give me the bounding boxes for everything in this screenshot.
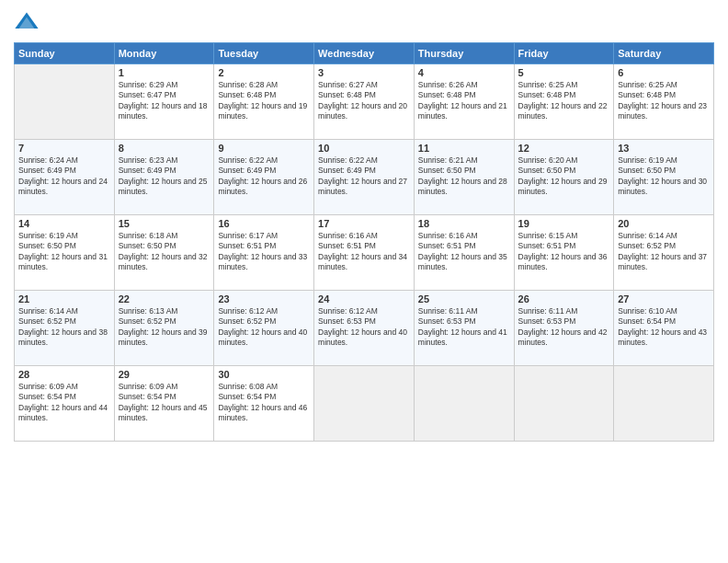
calendar-cell: 6Sunrise: 6:25 AMSunset: 6:48 PMDaylight… — [614, 64, 714, 140]
day-number: 17 — [318, 218, 410, 229]
page: SundayMondayTuesdayWednesdayThursdayFrid… — [0, 0, 728, 563]
day-info: Sunrise: 6:12 AMSunset: 6:52 PMDaylight:… — [218, 306, 310, 349]
day-info: Sunrise: 6:23 AMSunset: 6:49 PMDaylight:… — [119, 155, 210, 198]
calendar-week-row: 21Sunrise: 6:14 AMSunset: 6:52 PMDayligh… — [15, 291, 714, 366]
day-info: Sunrise: 6:11 AMSunset: 6:53 PMDaylight:… — [518, 306, 610, 349]
day-info: Sunrise: 6:15 AMSunset: 6:51 PMDaylight:… — [518, 231, 610, 273]
weekday-header: Wednesday — [314, 43, 415, 64]
day-number: 28 — [18, 369, 110, 380]
day-number: 23 — [218, 293, 310, 304]
day-info: Sunrise: 6:20 AMSunset: 6:50 PMDaylight:… — [518, 155, 610, 198]
day-number: 30 — [218, 369, 310, 380]
calendar-cell: 13Sunrise: 6:19 AMSunset: 6:50 PMDayligh… — [614, 140, 714, 215]
day-info: Sunrise: 6:22 AMSunset: 6:49 PMDaylight:… — [318, 155, 410, 198]
calendar-cell: 28Sunrise: 6:09 AMSunset: 6:54 PMDayligh… — [15, 366, 115, 442]
day-number: 29 — [119, 369, 210, 380]
day-number: 13 — [618, 143, 710, 154]
weekday-header: Monday — [114, 43, 214, 64]
calendar-cell — [15, 64, 115, 140]
calendar-week-row: 14Sunrise: 6:19 AMSunset: 6:50 PMDayligh… — [15, 215, 714, 291]
calendar-cell: 17Sunrise: 6:16 AMSunset: 6:51 PMDayligh… — [314, 215, 415, 291]
calendar-cell: 22Sunrise: 6:13 AMSunset: 6:52 PMDayligh… — [114, 291, 214, 366]
calendar-cell — [314, 366, 415, 442]
day-number: 26 — [518, 293, 610, 304]
day-info: Sunrise: 6:13 AMSunset: 6:52 PMDaylight:… — [119, 306, 210, 349]
day-number: 12 — [518, 143, 610, 154]
day-number: 14 — [18, 218, 110, 229]
weekday-header: Saturday — [614, 43, 714, 64]
day-info: Sunrise: 6:09 AMSunset: 6:54 PMDaylight:… — [18, 382, 110, 424]
weekday-header-row: SundayMondayTuesdayWednesdayThursdayFrid… — [15, 43, 714, 64]
calendar-cell: 3Sunrise: 6:27 AMSunset: 6:48 PMDaylight… — [314, 64, 415, 140]
calendar-cell: 12Sunrise: 6:20 AMSunset: 6:50 PMDayligh… — [514, 140, 614, 215]
day-info: Sunrise: 6:24 AMSunset: 6:49 PMDaylight:… — [18, 155, 110, 198]
day-number: 16 — [218, 218, 310, 229]
day-info: Sunrise: 6:21 AMSunset: 6:50 PMDaylight:… — [418, 155, 510, 198]
calendar-cell: 8Sunrise: 6:23 AMSunset: 6:49 PMDaylight… — [114, 140, 214, 215]
day-info: Sunrise: 6:28 AMSunset: 6:48 PMDaylight:… — [218, 80, 310, 122]
weekday-header: Sunday — [15, 43, 115, 64]
day-number: 10 — [318, 143, 410, 154]
calendar-cell: 2Sunrise: 6:28 AMSunset: 6:48 PMDaylight… — [214, 64, 314, 140]
day-info: Sunrise: 6:12 AMSunset: 6:53 PMDaylight:… — [318, 306, 410, 349]
calendar-cell: 11Sunrise: 6:21 AMSunset: 6:50 PMDayligh… — [414, 140, 514, 215]
day-info: Sunrise: 6:14 AMSunset: 6:52 PMDaylight:… — [618, 231, 710, 273]
calendar-cell: 7Sunrise: 6:24 AMSunset: 6:49 PMDaylight… — [15, 140, 115, 215]
calendar-cell — [614, 366, 714, 442]
day-number: 24 — [318, 293, 410, 304]
calendar-week-row: 28Sunrise: 6:09 AMSunset: 6:54 PMDayligh… — [15, 366, 714, 442]
day-info: Sunrise: 6:18 AMSunset: 6:50 PMDaylight:… — [119, 231, 210, 273]
day-number: 27 — [618, 293, 710, 304]
calendar-cell: 4Sunrise: 6:26 AMSunset: 6:48 PMDaylight… — [414, 64, 514, 140]
calendar-cell: 9Sunrise: 6:22 AMSunset: 6:49 PMDaylight… — [214, 140, 314, 215]
logo-icon — [14, 9, 40, 35]
day-number: 19 — [518, 218, 610, 229]
day-info: Sunrise: 6:14 AMSunset: 6:52 PMDaylight:… — [18, 306, 110, 349]
calendar-cell: 25Sunrise: 6:11 AMSunset: 6:53 PMDayligh… — [414, 291, 514, 366]
day-number: 21 — [18, 293, 110, 304]
day-info: Sunrise: 6:09 AMSunset: 6:54 PMDaylight:… — [119, 382, 210, 424]
calendar-cell: 19Sunrise: 6:15 AMSunset: 6:51 PMDayligh… — [514, 215, 614, 291]
weekday-header: Thursday — [414, 43, 514, 64]
day-number: 5 — [518, 67, 610, 78]
day-info: Sunrise: 6:29 AMSunset: 6:47 PMDaylight:… — [119, 80, 210, 122]
day-number: 11 — [418, 143, 510, 154]
calendar-table: SundayMondayTuesdayWednesdayThursdayFrid… — [14, 42, 714, 442]
day-info: Sunrise: 6:19 AMSunset: 6:50 PMDaylight:… — [18, 231, 110, 273]
day-info: Sunrise: 6:25 AMSunset: 6:48 PMDaylight:… — [618, 80, 710, 122]
day-info: Sunrise: 6:25 AMSunset: 6:48 PMDaylight:… — [518, 80, 610, 122]
day-number: 8 — [119, 143, 210, 154]
day-info: Sunrise: 6:27 AMSunset: 6:48 PMDaylight:… — [318, 80, 410, 122]
calendar-week-row: 7Sunrise: 6:24 AMSunset: 6:49 PMDaylight… — [15, 140, 714, 215]
calendar-cell: 10Sunrise: 6:22 AMSunset: 6:49 PMDayligh… — [314, 140, 415, 215]
day-number: 1 — [119, 67, 210, 78]
calendar-cell: 14Sunrise: 6:19 AMSunset: 6:50 PMDayligh… — [15, 215, 115, 291]
day-number: 9 — [218, 143, 310, 154]
calendar-cell: 26Sunrise: 6:11 AMSunset: 6:53 PMDayligh… — [514, 291, 614, 366]
calendar-cell: 5Sunrise: 6:25 AMSunset: 6:48 PMDaylight… — [514, 64, 614, 140]
day-number: 18 — [418, 218, 510, 229]
logo — [14, 9, 43, 35]
calendar-cell: 16Sunrise: 6:17 AMSunset: 6:51 PMDayligh… — [214, 215, 314, 291]
calendar-cell — [414, 366, 514, 442]
calendar-cell: 27Sunrise: 6:10 AMSunset: 6:54 PMDayligh… — [614, 291, 714, 366]
calendar-cell: 1Sunrise: 6:29 AMSunset: 6:47 PMDaylight… — [114, 64, 214, 140]
day-info: Sunrise: 6:10 AMSunset: 6:54 PMDaylight:… — [618, 306, 710, 349]
day-info: Sunrise: 6:22 AMSunset: 6:49 PMDaylight:… — [218, 155, 310, 198]
calendar-cell: 30Sunrise: 6:08 AMSunset: 6:54 PMDayligh… — [214, 366, 314, 442]
calendar-cell: 20Sunrise: 6:14 AMSunset: 6:52 PMDayligh… — [614, 215, 714, 291]
day-info: Sunrise: 6:19 AMSunset: 6:50 PMDaylight:… — [618, 155, 710, 198]
weekday-header: Friday — [514, 43, 614, 64]
day-number: 20 — [618, 218, 710, 229]
weekday-header: Tuesday — [214, 43, 314, 64]
day-info: Sunrise: 6:11 AMSunset: 6:53 PMDaylight:… — [418, 306, 510, 349]
day-info: Sunrise: 6:17 AMSunset: 6:51 PMDaylight:… — [218, 231, 310, 273]
day-number: 6 — [618, 67, 710, 78]
day-number: 25 — [418, 293, 510, 304]
calendar-cell: 24Sunrise: 6:12 AMSunset: 6:53 PMDayligh… — [314, 291, 415, 366]
calendar-cell — [514, 366, 614, 442]
day-number: 7 — [18, 143, 110, 154]
header — [14, 9, 714, 35]
day-info: Sunrise: 6:26 AMSunset: 6:48 PMDaylight:… — [418, 80, 510, 122]
calendar-cell: 23Sunrise: 6:12 AMSunset: 6:52 PMDayligh… — [214, 291, 314, 366]
